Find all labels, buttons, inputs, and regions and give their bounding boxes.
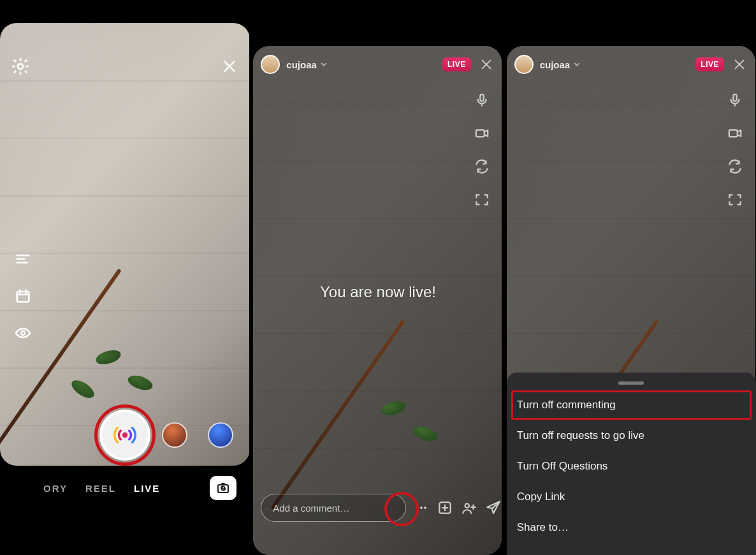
video-camera-icon[interactable] <box>725 124 745 143</box>
microphone-icon[interactable] <box>725 91 745 110</box>
svg-rect-5 <box>480 94 483 101</box>
mode-story[interactable]: ORY <box>43 483 68 494</box>
comment-input[interactable] <box>261 494 406 522</box>
svg-rect-6 <box>476 130 484 137</box>
mode-live[interactable]: LIVE <box>134 483 160 494</box>
sheet-item-turn-off-requests[interactable]: Turn off requests to go live <box>507 420 756 451</box>
go-live-button[interactable] <box>99 410 150 461</box>
svg-point-2 <box>21 331 25 335</box>
screenshot-camera-setup: ORY REEL LIVE <box>0 0 249 555</box>
screenshot-options-sheet: cujoaa LIVE Turn off commenting Turn off… <box>507 0 756 555</box>
live-header: cujoaa LIVE <box>514 55 748 74</box>
svg-rect-13 <box>729 130 738 137</box>
live-side-controls <box>725 91 745 209</box>
username-dropdown[interactable]: cujoaa <box>286 59 328 70</box>
effect-thumbnail-2[interactable] <box>208 422 233 448</box>
more-options-icon[interactable] <box>414 498 429 517</box>
end-live-close-icon[interactable] <box>477 56 495 73</box>
username-label: cujoaa <box>286 59 317 70</box>
avatar[interactable] <box>261 55 280 74</box>
microphone-icon[interactable] <box>472 91 491 110</box>
svg-rect-12 <box>733 94 736 101</box>
end-live-close-icon[interactable] <box>731 56 748 73</box>
sheet-item-share-to[interactable]: Share to… <box>507 512 756 543</box>
comment-bar <box>261 494 495 522</box>
effect-thumbnail-1[interactable] <box>162 422 187 448</box>
username-label: cujoaa <box>540 59 571 70</box>
avatar[interactable] <box>514 55 534 74</box>
svg-point-3 <box>122 433 127 438</box>
left-tool-rail <box>11 248 34 344</box>
expand-corners-icon[interactable] <box>472 190 491 209</box>
chevron-down-icon <box>572 60 581 69</box>
sheet-item-turn-off-questions[interactable]: Turn Off Questions <box>507 451 756 482</box>
invite-guest-icon[interactable] <box>461 498 477 517</box>
svg-rect-1 <box>17 292 29 302</box>
now-live-message: You are now live! <box>253 283 502 301</box>
schedule-calendar-icon[interactable] <box>11 285 34 307</box>
share-send-icon[interactable] <box>485 498 502 517</box>
live-badge: LIVE <box>695 57 724 71</box>
svg-point-11 <box>465 504 470 508</box>
live-header: cujoaa LIVE <box>261 55 495 74</box>
live-badge: LIVE <box>442 57 471 71</box>
chevron-down-icon <box>319 60 328 69</box>
video-camera-icon[interactable] <box>472 124 491 143</box>
flip-camera-button[interactable] <box>210 476 236 500</box>
mode-reel[interactable]: REEL <box>85 483 116 494</box>
visibility-eye-icon[interactable] <box>11 322 34 344</box>
screenshot-now-live: cujoaa LIVE You are now live! <box>253 0 502 555</box>
svg-point-0 <box>18 64 23 69</box>
switch-camera-icon[interactable] <box>472 157 491 176</box>
title-lines-icon[interactable] <box>11 248 34 270</box>
sheet-item-copy-link[interactable]: Copy Link <box>507 482 756 512</box>
svg-point-8 <box>421 507 423 509</box>
close-icon[interactable] <box>218 55 241 78</box>
settings-gear-icon[interactable] <box>9 55 32 78</box>
switch-camera-icon[interactable] <box>725 157 745 176</box>
svg-point-9 <box>425 507 427 509</box>
options-bottom-sheet: Turn off commenting Turn off requests to… <box>507 373 756 555</box>
camera-viewport <box>0 23 249 466</box>
live-side-controls <box>472 91 491 209</box>
sheet-grabber[interactable] <box>618 381 644 385</box>
add-media-icon[interactable] <box>437 498 453 517</box>
svg-point-7 <box>417 507 419 509</box>
sheet-item-turn-off-commenting[interactable]: Turn off commenting <box>511 390 752 420</box>
expand-corners-icon[interactable] <box>725 190 745 209</box>
username-dropdown[interactable]: cujoaa <box>540 59 582 70</box>
